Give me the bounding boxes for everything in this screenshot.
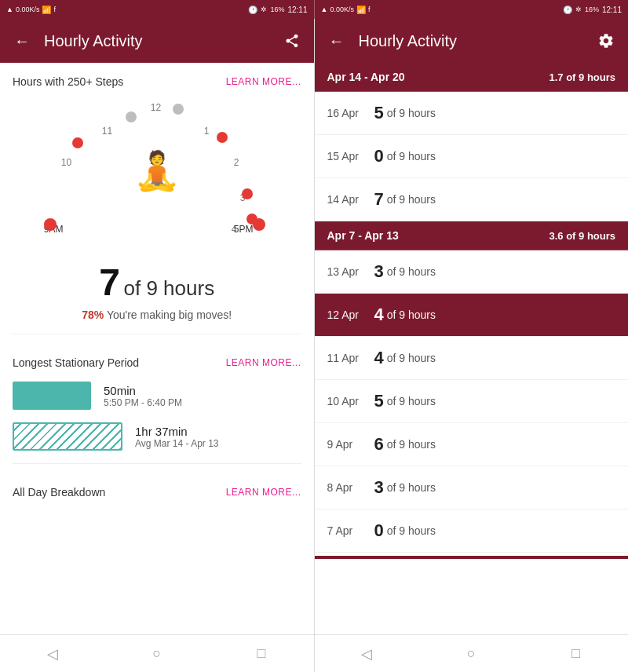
day-num-10apr: 5 — [374, 391, 384, 411]
clock-5pm: 5PM — [234, 224, 254, 235]
day-date-9apr: 9 Apr — [327, 438, 374, 451]
steps-label: Hours with 250+ Steps — [13, 75, 123, 88]
person-figure: 🧘 — [133, 152, 181, 190]
bottom-spacer — [0, 511, 314, 542]
day-num-9apr: 6 — [374, 434, 384, 455]
right-panel-title: Hourly Activity — [359, 32, 597, 50]
signal-icon-right: ▲ — [321, 5, 328, 13]
day-row-10apr[interactable]: 10 Apr 5 of 9 hours — [315, 380, 629, 423]
back-button-left[interactable]: ← — [13, 31, 31, 50]
week-range-2: Apr 7 - Apr 13 — [327, 229, 399, 242]
day-row-7apr[interactable]: 7 Apr 0 of 9 hours — [315, 509, 629, 553]
all-day-header: All Day Breakdown LEARN MORE... — [0, 473, 314, 505]
day-num-16apr: 5 — [374, 103, 384, 123]
alarm-icon-left: 🕐 — [248, 5, 257, 14]
day-row-16apr[interactable]: 16 Apr 5 of 9 hours — [315, 92, 629, 135]
day-hours-11apr: of 9 hours — [387, 352, 436, 364]
hatched-bar — [13, 422, 122, 451]
week-hours-1: 1.7 of 9 hours — [549, 71, 615, 83]
all-day-learn-more[interactable]: LEARN MORE... — [226, 487, 301, 498]
stationary-label: Longest Stationary Period — [13, 356, 139, 369]
nav-recent-right[interactable]: □ — [566, 645, 585, 663]
left-panel: ← Hourly Activity Hours with 250+ Steps … — [0, 19, 314, 672]
day-row-9apr[interactable]: 9 Apr 6 of 9 hours — [315, 423, 629, 466]
nav-back-left[interactable]: ◁ — [43, 645, 62, 663]
time-right: 12:11 — [602, 5, 622, 14]
bar-duration-2: 1hr 37min — [135, 425, 219, 438]
week-header-2[interactable]: Apr 7 - Apr 13 3.6 of 9 hours — [315, 221, 629, 250]
clock-1: 1 — [204, 126, 210, 137]
day-num-8apr: 3 — [374, 477, 384, 498]
nav-home-left[interactable]: ○ — [148, 645, 166, 663]
day-hours-7apr: of 9 hours — [387, 524, 436, 537]
percent-message: You're making big moves! — [107, 309, 232, 321]
day-date-16apr: 16 Apr — [327, 107, 374, 119]
day-date-11apr: 11 Apr — [327, 352, 374, 364]
day-hours-8apr: of 9 hours — [387, 481, 436, 494]
day-date-12apr: 12 Apr — [327, 309, 374, 321]
day-hours-16apr: of 9 hours — [387, 107, 436, 119]
hours-of-text: of 9 hours — [124, 276, 215, 300]
signal-icon-left: ▲ — [6, 5, 13, 13]
share-button[interactable] — [283, 31, 301, 50]
day-hours-14apr: of 9 hours — [387, 193, 436, 206]
bluetooth-icon-right: ✲ — [575, 5, 582, 13]
day-row-12apr-selected[interactable]: 12 Apr 4 of 9 hours — [315, 294, 629, 337]
alarm-icon-right: 🕐 — [563, 5, 572, 14]
dot-11 — [72, 137, 83, 148]
dot-2 — [217, 132, 228, 143]
day-row-11apr[interactable]: 11 Apr 4 of 9 hours — [315, 337, 629, 380]
stationary-learn-more[interactable]: LEARN MORE... — [226, 357, 301, 368]
stationary-header: Longest Stationary Period LEARN MORE... — [0, 344, 314, 375]
bar-item-hatched: 1hr 37min Avg Mar 14 - Apr 13 — [0, 416, 314, 457]
day-row-14apr[interactable]: 14 Apr 7 of 9 hours — [315, 178, 629, 221]
status-bar-left: ▲ 0.00K/s 📶 f 🕐 ✲ 16% 12:11 — [0, 0, 314, 19]
right-bottom-nav: ◁ ○ □ — [315, 634, 629, 672]
day-row-15apr[interactable]: 15 Apr 0 of 9 hours — [315, 135, 629, 178]
bar-duration-1: 50min — [104, 384, 182, 397]
day-date-10apr: 10 Apr — [327, 395, 374, 407]
settings-button[interactable] — [597, 31, 615, 50]
clock-2: 2 — [234, 157, 239, 168]
right-content: Apr 14 - Apr 20 1.7 of 9 hours 16 Apr 5 … — [315, 63, 629, 634]
percent-row: 78% You're making big moves! — [0, 307, 314, 331]
left-app-bar: ← Hourly Activity — [0, 19, 314, 63]
bar-item-solid: 50min 5:50 PM - 6:40 PM — [0, 375, 314, 416]
back-button-right[interactable]: ← — [327, 31, 346, 50]
battery-left: 16% — [270, 5, 284, 13]
nav-back-right[interactable]: ◁ — [357, 645, 376, 663]
day-row-8apr[interactable]: 8 Apr 3 of 9 hours — [315, 466, 629, 509]
dot-gray-1 — [126, 111, 137, 122]
day-hours-9apr: of 9 hours — [387, 438, 436, 451]
day-hours-10apr: of 9 hours — [387, 395, 436, 407]
stationary-section: Longest Stationary Period LEARN MORE... … — [0, 338, 314, 460]
steps-section-header: Hours with 250+ Steps LEARN MORE... — [0, 63, 314, 94]
percent-value: 78% — [82, 309, 104, 321]
bar-text-hatched: 1hr 37min Avg Mar 14 - Apr 13 — [135, 425, 219, 449]
hours-summary: 7 of 9 hours — [0, 254, 314, 307]
bar-time-1: 5:50 PM - 6:40 PM — [104, 397, 182, 408]
hours-number: 7 — [99, 261, 120, 303]
clock-10: 10 — [61, 157, 71, 168]
fb-icon-left: f — [53, 5, 56, 13]
status-bar-right: ▲ 0.00K/s 📶 f 🕐 ✲ 16% 12:11 — [315, 0, 629, 19]
bar-text-solid: 50min 5:50 PM - 6:40 PM — [104, 384, 182, 408]
dot-4r — [246, 214, 257, 225]
nav-home-right[interactable]: ○ — [462, 645, 480, 663]
day-num-12apr: 4 — [374, 305, 384, 325]
nav-recent-left[interactable]: □ — [252, 645, 271, 663]
all-day-label: All Day Breakdown — [13, 486, 105, 499]
wifi-icon-right: 📶 — [356, 5, 366, 14]
signal-text-right: 0.00K/s — [330, 5, 354, 13]
bar-time-2: Avg Mar 14 - Apr 13 — [135, 438, 219, 449]
day-date-15apr: 15 Apr — [327, 150, 374, 163]
dot-gray-2 — [173, 104, 184, 115]
all-day-section: All Day Breakdown LEARN MORE... — [0, 467, 314, 511]
steps-learn-more[interactable]: LEARN MORE... — [226, 76, 301, 87]
day-row-13apr[interactable]: 13 Apr 3 of 9 hours — [315, 250, 629, 294]
dot-3r — [242, 188, 253, 199]
week-header-1[interactable]: Apr 14 - Apr 20 1.7 of 9 hours — [315, 63, 629, 92]
clock-12: 12 — [151, 102, 161, 113]
day-date-8apr: 8 Apr — [327, 481, 374, 494]
left-bottom-nav: ◁ ○ □ — [0, 634, 314, 672]
